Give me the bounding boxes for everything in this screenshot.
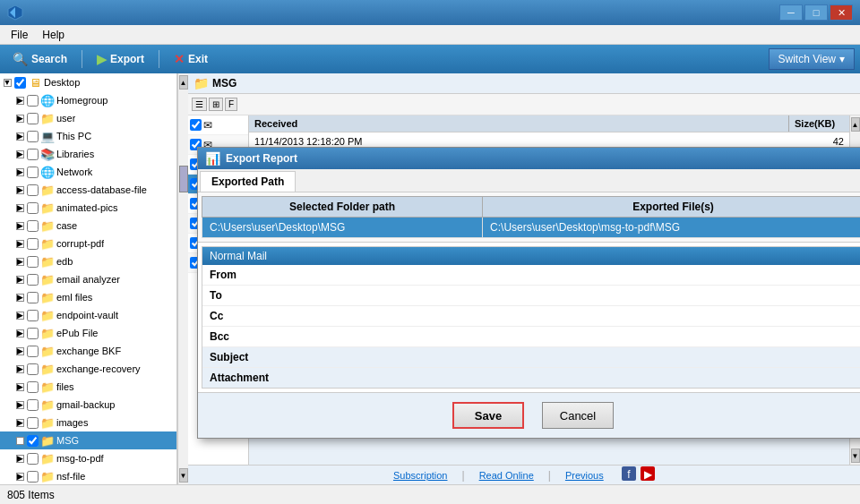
tree-item-email-analyzer[interactable]: ▶📁email analyzer [0, 270, 176, 288]
tree-item-gmail-backup[interactable]: ▶📁gmail-backup [0, 396, 176, 414]
tree-item-desktop[interactable]: ▼ 🖥 Desktop [0, 73, 176, 91]
expand-icon[interactable]: ▶ [14, 95, 25, 106]
menu-help[interactable]: Help [35, 27, 72, 43]
social-icon-2: ▶ [641, 466, 655, 481]
tree-item-user[interactable]: ▶📁user [0, 109, 176, 127]
read-online-link[interactable]: Read Online [479, 470, 534, 481]
expand-icon[interactable]: ▶ [14, 274, 25, 285]
tree-item-msg[interactable]: ▶📁MSG [0, 431, 176, 449]
expand-icon[interactable]: ▶ [14, 167, 25, 177]
switch-view-button[interactable]: Switch View ▾ [769, 48, 855, 70]
scroll-up-icon[interactable]: ▲ [179, 75, 188, 90]
subscription-link[interactable]: Subscription [393, 470, 448, 481]
tree-item-homegroup[interactable]: ▶🌐Homegroup [0, 91, 176, 109]
email-scroll-up[interactable]: ▲ [851, 117, 860, 132]
cancel-button[interactable]: Cancel [542, 402, 614, 429]
check-nsf-file[interactable] [27, 471, 39, 483]
expand-icon[interactable]: ▶ [14, 381, 25, 392]
expand-icon[interactable]: ▶ [14, 435, 25, 446]
scroll-thumb[interactable] [179, 166, 188, 192]
maximize-button[interactable]: □ [804, 4, 828, 21]
tree-item-endpoint-vault[interactable]: ▶📁endpoint-vault [0, 306, 176, 324]
email-scroll-down[interactable]: ▼ [851, 448, 860, 463]
check-gmail-backup[interactable] [27, 399, 39, 411]
expand-icon[interactable]: ▶ [14, 346, 25, 356]
exported-path-link[interactable]: C:\Users\user\Desktop\msg-to-pdf\MSG [490, 221, 680, 234]
minimize-button[interactable]: ─ [779, 4, 803, 21]
tree-item-network[interactable]: ▶🌐Network [0, 163, 176, 181]
check-user[interactable] [27, 113, 39, 124]
tree-item-libraries[interactable]: ▶📚Libraries [0, 145, 176, 163]
previous-link[interactable]: Previous [565, 470, 604, 481]
tree-item-case[interactable]: ▶📁case [0, 217, 176, 235]
close-button[interactable]: ✕ [830, 4, 853, 21]
check-network[interactable] [27, 167, 39, 178]
check-exchange-bkf[interactable] [27, 346, 39, 357]
msg-check-0[interactable] [190, 119, 202, 131]
tree-item-nsf-file[interactable]: ▶📁nsf-file [0, 467, 176, 484]
tree-item-epub-file[interactable]: ▶📁ePub File [0, 324, 176, 342]
export-row-0[interactable]: C:\Users\user\Desktop\MSGC:\Users\user\D… [202, 218, 861, 238]
check-animated-pics[interactable] [27, 202, 39, 214]
export-button[interactable]: ▶ Export [90, 49, 151, 69]
tree-item-access-database-file[interactable]: ▶📁access-database-file [0, 181, 176, 199]
menu-file[interactable]: File [4, 27, 35, 43]
search-button[interactable]: 🔍 Search [5, 49, 74, 69]
exit-button[interactable]: ✕ Exit [167, 49, 215, 69]
check-msg-to-pdf[interactable] [27, 453, 39, 465]
check-files[interactable] [27, 381, 39, 393]
search-icon: 🔍 [13, 52, 28, 66]
tree-item-images[interactable]: ▶📁images [0, 414, 176, 431]
tree-item-this-pc[interactable]: ▶💻This PC [0, 127, 176, 145]
view-btn-2[interactable]: ⊞ [209, 98, 223, 111]
check-exchange-recovery[interactable] [27, 363, 39, 375]
expand-icon[interactable]: ▶ [14, 417, 25, 428]
check-images[interactable] [27, 417, 39, 429]
check-epub-file[interactable] [27, 328, 39, 339]
filter-btn[interactable]: F [225, 98, 237, 111]
expand-icon[interactable]: ▶ [14, 328, 25, 338]
expand-icon[interactable]: ▶ [14, 131, 25, 141]
expand-icon[interactable]: ▶ [14, 184, 25, 195]
expand-icon[interactable]: ▶ [14, 149, 25, 159]
expand-icon[interactable]: ▶ [14, 453, 25, 464]
check-access-database-file[interactable] [27, 184, 39, 196]
check-eml-files[interactable] [27, 292, 39, 303]
expand-icon[interactable]: ▶ [14, 256, 25, 267]
check-this-pc[interactable] [27, 131, 39, 142]
tree-item-files[interactable]: ▶📁files [0, 378, 176, 396]
tree-item-animated-pics[interactable]: ▶📁animated-pics [0, 199, 176, 217]
check-libraries[interactable] [27, 149, 39, 160]
check-edb[interactable] [27, 256, 39, 268]
check-corrupt-pdf[interactable] [27, 238, 39, 250]
check-email-analyzer[interactable] [27, 274, 39, 286]
msg-row-0[interactable]: ✉ [188, 115, 248, 135]
expand-icon[interactable]: ▶ [14, 399, 25, 410]
social-icon-1: f [622, 466, 636, 481]
expand-desktop[interactable]: ▼ [2, 77, 13, 88]
tree-item-msg-to-pdf[interactable]: ▶📁msg-to-pdf [0, 449, 176, 467]
tree-item-edb[interactable]: ▶📁edb [0, 252, 176, 270]
tree-item-eml-files[interactable]: ▶📁eml files [0, 288, 176, 306]
check-endpoint-vault[interactable] [27, 310, 39, 321]
expand-icon[interactable]: ▶ [14, 310, 25, 320]
tree-item-exchange-bkf[interactable]: ▶📁exchange BKF [0, 342, 176, 360]
expand-icon[interactable]: ▶ [14, 220, 25, 231]
tree-item-exchange-recovery[interactable]: ▶📁exchange-recovery [0, 360, 176, 378]
tree-item-corrupt-pdf[interactable]: ▶📁corrupt-pdf [0, 235, 176, 252]
view-btn-1[interactable]: ☰ [192, 98, 207, 111]
check-msg[interactable] [27, 435, 39, 447]
check-desktop[interactable] [14, 77, 26, 89]
expand-icon[interactable]: ▶ [14, 292, 25, 303]
tree-scrollbar[interactable]: ▲ ▼ [177, 73, 188, 484]
check-case[interactable] [27, 220, 39, 232]
expand-icon[interactable]: ▶ [14, 202, 25, 213]
expand-icon[interactable]: ▶ [14, 238, 25, 249]
save-button[interactable]: Save [452, 402, 524, 429]
expand-icon[interactable]: ▶ [14, 113, 25, 124]
scroll-down-icon[interactable]: ▼ [179, 468, 188, 483]
expand-icon[interactable]: ▶ [14, 363, 25, 374]
expand-icon[interactable]: ▶ [14, 471, 25, 482]
check-homegroup[interactable] [27, 95, 39, 107]
tab-exported-path[interactable]: Exported Path [200, 171, 296, 192]
